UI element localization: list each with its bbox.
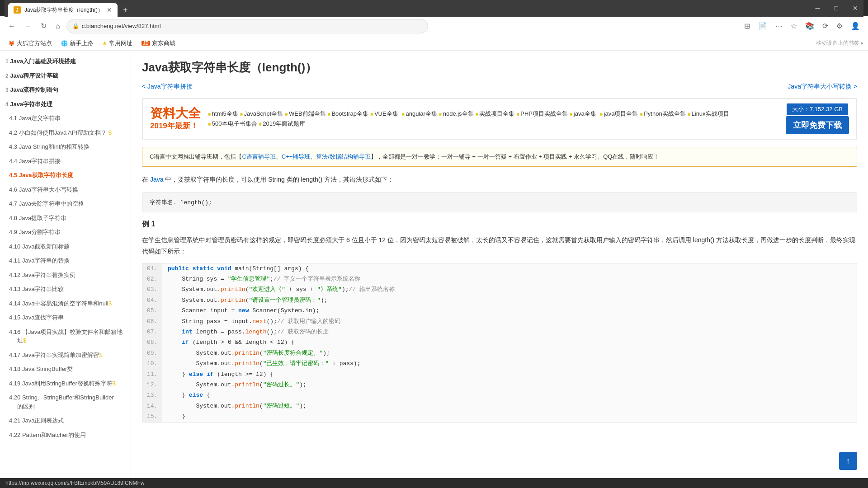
- notice-sep1: 、: [276, 153, 282, 160]
- notice-sep2: 、: [310, 153, 316, 160]
- maximize-button[interactable]: □: [829, 3, 844, 14]
- sidebar: 1 Java入门基础及环境搭建 2 Java程序设计基础 3 Java流程控制语…: [0, 51, 131, 478]
- sidebar-item-4-1[interactable]: 4.1 Java定义字符串: [0, 111, 131, 126]
- browser-tab[interactable]: J Java获取字符串长度（length()） ✕: [8, 3, 118, 17]
- sidebar-item-1[interactable]: 1 Java入门基础及环境搭建: [0, 54, 131, 69]
- code-line-3: 03. System.out.println("欢迎进入《" + sys + "…: [142, 284, 857, 295]
- code-line-12: 12. System.out.println("密码过长。");: [142, 380, 857, 390]
- sidebar-item-3[interactable]: 3 Java流程控制语句: [0, 83, 131, 97]
- url-bar[interactable]: 🔒 c.biancheng.net/view/827.html: [66, 19, 428, 33]
- bookmark-huolang[interactable]: 🦊 火狐官方站点: [5, 38, 56, 49]
- download-button[interactable]: 立即免费下载: [786, 116, 849, 134]
- banner-subtitle: 2019年最新！: [150, 121, 201, 131]
- code-line-8: 08. if (length > 6 && length < 12) {: [142, 337, 857, 347]
- sidebar-item-4-22[interactable]: 4.22 Pattern和Matcher的使用: [0, 428, 131, 442]
- sidebar-item-4-4[interactable]: 4.4 Java字符串拼接: [0, 154, 131, 169]
- main-area: 1 Java入门基础及环境搭建 2 Java程序设计基础 3 Java流程控制语…: [0, 51, 868, 478]
- sync-icon[interactable]: ⟳: [820, 19, 831, 33]
- bookmark-jd[interactable]: JD 京东商城: [138, 38, 179, 49]
- prev-link[interactable]: < Java字符串拼接: [142, 83, 193, 91]
- code-listing: 01. public static void main(String[] arg…: [142, 263, 857, 422]
- sidebar-item-4-16[interactable]: 4.16 【Java项目实战】校验文件名和邮箱地 址$: [0, 325, 131, 348]
- settings-icon[interactable]: ⚙: [834, 19, 845, 33]
- mobile-bookmarks[interactable]: 移动设备上的书签 ▸: [816, 39, 863, 47]
- back-button[interactable]: ←: [5, 19, 18, 33]
- sidebar-item-4-10[interactable]: 4.10 Java截取新闻标题: [0, 239, 131, 254]
- sidebar-item-4-2[interactable]: 4.2 小白如何使用Java API帮助文档？ $: [0, 126, 131, 140]
- banner-link-node[interactable]: node.js全集: [439, 110, 474, 118]
- banner-link-shizhan[interactable]: 实战项目全集: [476, 110, 515, 118]
- sidebar-item-4-11[interactable]: 4.11 Java字符串的替换: [0, 253, 131, 268]
- sidebar-item-4[interactable]: 4 Java字符串处理: [0, 97, 131, 112]
- banner-right: 大小：7,152.32 GB 立即免费下载: [786, 103, 849, 134]
- sidebar-item-4-13[interactable]: 4.13 Java字符串比较: [0, 282, 131, 296]
- sidebar-item-4-9[interactable]: 4.9 Java分割字符串: [0, 225, 131, 239]
- notice-link3[interactable]: 算法/数据结构辅导班: [316, 153, 371, 160]
- home-button[interactable]: ⌂: [53, 19, 63, 33]
- code-line-5: 05. Scanner input = new Scanner(System.i…: [142, 305, 857, 316]
- bookmark-changyong[interactable]: ★ 常用网址: [99, 38, 136, 49]
- title-bar: J Java获取字符串长度（length()） ✕ + ─ □ ✕: [0, 0, 868, 16]
- banner-link-php[interactable]: PHP项目实战全集: [516, 110, 568, 118]
- sidebar-item-4-12[interactable]: 4.12 Java字符串替换实例: [0, 268, 131, 282]
- bookmarks-library-icon[interactable]: 📚: [802, 19, 817, 33]
- code-line-7: 07. int length = pass.length();// 获取密码的长…: [142, 327, 857, 337]
- notice-suffix: 】，全部都是一对一教学：一对一辅导 + 一对一答疑 + 布置作业 + 项目实践 …: [371, 153, 660, 160]
- code-line-9: 09. System.out.println("密码长度符合规定。");: [142, 348, 857, 358]
- security-icon: 🔒: [72, 23, 79, 29]
- resource-banner: 资料大全 2019年最新！ html5全集 JavaScript全集 WEB前端…: [142, 98, 857, 140]
- banner-link-js[interactable]: JavaScript全集: [240, 110, 283, 118]
- tab-close-button[interactable]: ✕: [107, 6, 112, 14]
- close-button[interactable]: ✕: [847, 3, 863, 14]
- banner-link-angular[interactable]: angular全集: [402, 110, 437, 118]
- banner-link-books[interactable]: 500本电子书集合: [208, 120, 257, 128]
- banner-link-html5[interactable]: html5全集: [208, 110, 238, 118]
- sidebar-item-4-17[interactable]: 4.17 Java字符串实现简单加密解密$: [0, 348, 131, 362]
- banner-link-vue[interactable]: VUE全集: [370, 110, 398, 118]
- bookmark-star-icon[interactable]: ☆: [788, 19, 800, 33]
- status-url: https://mp.weixin.qq.com/s/FBtEmokbM59AU…: [5, 480, 144, 486]
- banner-link-javapro[interactable]: java项目全集: [600, 110, 638, 118]
- java-link[interactable]: Java: [150, 176, 164, 183]
- sidebar-item-2[interactable]: 2 Java程序设计基础: [0, 69, 131, 83]
- minimize-button[interactable]: ─: [810, 3, 826, 14]
- code-line-14: 14. System.out.println("密码过短。");: [142, 401, 857, 411]
- sidebar-item-4-21[interactable]: 4.21 Java正则表达式: [0, 413, 131, 428]
- code-line-6: 06. String pass = input.next();// 获取用户输入…: [142, 316, 857, 327]
- notice-link1[interactable]: C语言辅导班: [242, 153, 275, 160]
- sidebar-item-4-19[interactable]: 4.19 Java利用StringBuffer替换特殊字符$: [0, 376, 131, 391]
- example-description: 在学生信息管理系统中对管理员密码有这样的规定，即密码长度必须大于 6 位且小于 …: [142, 235, 857, 257]
- reader-mode-icon[interactable]: 📄: [755, 19, 770, 33]
- forward-button[interactable]: →: [22, 19, 34, 33]
- scroll-top-button[interactable]: ↑: [839, 452, 857, 470]
- banner-link-bootstrap[interactable]: Bootstrap全集: [328, 110, 368, 118]
- bookmark-xinshou[interactable]: 🌐 新手上路: [57, 38, 97, 49]
- banner-size-label: 大小：7,152.32 GB: [787, 103, 848, 115]
- banner-links: html5全集 JavaScript全集 WEB前端全集 Bootstrap全集…: [208, 110, 778, 128]
- refresh-button[interactable]: ↻: [38, 19, 49, 33]
- new-tab-button[interactable]: +: [119, 4, 132, 17]
- extensions-icon[interactable]: ⊞: [741, 19, 753, 33]
- more-options-icon[interactable]: ⋯: [773, 19, 785, 33]
- sidebar-item-4-5[interactable]: 4.5 Java获取字符串长度: [0, 168, 131, 183]
- sidebar-item-4-20[interactable]: 4.20 String、StringBuffer和StringBuilder 的…: [0, 390, 131, 413]
- banner-link-web[interactable]: WEB前端全集: [285, 110, 326, 118]
- notice-link2[interactable]: C++辅导班: [282, 153, 311, 160]
- sidebar-item-4-7[interactable]: 4.7 Java去除字符串中的空格: [0, 197, 131, 211]
- sidebar-item-4-3[interactable]: 4.3 Java String和int的相互转换: [0, 140, 131, 154]
- code-line-13: 13. } else {: [142, 390, 857, 400]
- next-link[interactable]: Java字符串大小写转换 >: [788, 83, 857, 91]
- account-icon[interactable]: 👤: [848, 19, 863, 33]
- banner-link-java[interactable]: java全集: [570, 110, 596, 118]
- banner-link-linux[interactable]: Linux实战项目: [688, 110, 729, 118]
- banner-link-interview[interactable]: 2019年面试题库: [259, 120, 306, 128]
- sidebar-item-4-14[interactable]: 4.14 Java中容易混淆的空字符串和null$: [0, 296, 131, 311]
- banner-main-title: 资料大全: [150, 107, 201, 121]
- sidebar-item-4-15[interactable]: 4.15 Java查找字符串: [0, 310, 131, 325]
- sidebar-item-4-6[interactable]: 4.6 Java字符串大小写转换: [0, 183, 131, 197]
- sidebar-item-4-18[interactable]: 4.18 Java StringBuffer类: [0, 362, 131, 376]
- code-line-2: 02. String sys = "学生信息管理";// 字义一个字符串表示系统…: [142, 274, 857, 284]
- syntax-block: 字符串名. length();: [142, 192, 857, 212]
- banner-link-python[interactable]: Python实战全集: [640, 110, 685, 118]
- sidebar-item-4-8[interactable]: 4.8 Java提取子字符串: [0, 211, 131, 225]
